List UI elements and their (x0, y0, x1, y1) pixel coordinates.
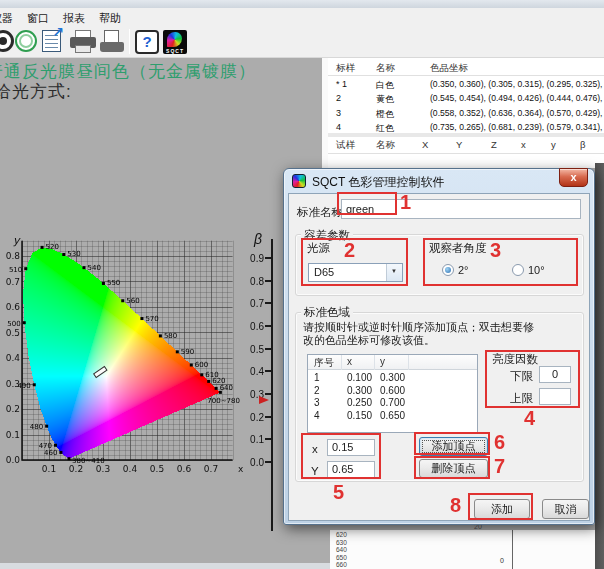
annotation-number-4: 4 (524, 407, 535, 430)
cell: 0.650 (380, 410, 405, 421)
menu-item-1[interactable]: 仪器 (0, 11, 13, 26)
cell: 1 (314, 372, 320, 383)
column-header[interactable]: x (347, 356, 352, 367)
cell: 0.150 (347, 410, 372, 421)
standards-table-row[interactable]: 2黄色(0.545, 0.454), (0.494, 0.426), (0.44… (328, 92, 604, 106)
cell: 白色 (376, 79, 394, 92)
annotation-number-7: 7 (494, 455, 505, 478)
cell: 0.100 (347, 372, 372, 383)
vertex-table[interactable]: 序号xy 10.1000.30020.3000.60030.2500.70040… (307, 354, 478, 433)
cell: 4 (336, 122, 341, 132)
spectrum-zero-label: 0 (500, 557, 504, 564)
annotation-number-2: 2 (344, 239, 355, 262)
beta-tick-label: 0.5 (242, 344, 264, 355)
cell: 0.300 (347, 385, 372, 396)
dialog-app-icon (292, 174, 306, 188)
annotation-box-6 (414, 432, 490, 455)
calibration-icon[interactable] (15, 30, 37, 52)
column-header[interactable]: Y (456, 139, 462, 150)
standards-panel: 标样名称色品坐标 * 1白色(0.350, 0.360), (0.305, 0.… (328, 58, 604, 168)
beta-tick-label: 0.8 (242, 276, 264, 287)
column-header[interactable]: x (521, 139, 526, 150)
annotation-box-1 (337, 192, 397, 215)
beta-tick-mark (265, 302, 271, 304)
beta-tick-label: 0.2 (242, 412, 264, 423)
close-button[interactable]: x (559, 168, 588, 187)
help-icon[interactable]: ? (135, 30, 159, 54)
cell: 0.700 (380, 397, 405, 408)
vertex-row[interactable]: 10.1000.300 (308, 372, 477, 385)
print-output-icon[interactable] (100, 30, 124, 54)
annotation-box-8 (468, 493, 533, 520)
toolbar-separator (129, 29, 130, 54)
column-header[interactable]: 试样 (336, 139, 355, 152)
toolbar: ↗ ? SQCT (0, 27, 604, 58)
sqct-logo-icon[interactable]: SQCT (163, 30, 187, 54)
cell: 3 (336, 108, 341, 118)
annotation-number-3: 3 (490, 239, 501, 262)
beta-tick-label: 0.4 (242, 366, 264, 377)
vertex-row[interactable]: 20.3000.600 (308, 385, 477, 398)
standards-table-row[interactable]: * 1白色(0.350, 0.360), (0.305, 0.315), (0.… (328, 78, 604, 92)
menu-item-2[interactable]: 窗口 (27, 11, 49, 26)
subtitle-label: 给光方式: (0, 80, 72, 103)
column-header[interactable]: 名称 (376, 62, 395, 75)
report-icon[interactable]: ↗ (42, 30, 61, 52)
column-header[interactable]: 色品坐标 (430, 62, 468, 75)
cell: 2 (314, 385, 320, 396)
cell: 黄色 (376, 93, 394, 106)
annotation-box-7 (414, 456, 490, 479)
menu-item-4[interactable]: 帮助 (99, 11, 121, 26)
vertex-row[interactable]: 30.2500.700 (308, 397, 477, 410)
cell: 2 (336, 93, 341, 103)
cell: 0.600 (380, 385, 405, 396)
vertex-table-header: 序号xy (308, 355, 477, 370)
column-header[interactable]: y (380, 356, 385, 367)
standards-table-row[interactable]: 3橙色(0.558, 0.352), (0.636, 0.364), (0.57… (328, 107, 604, 121)
cie-chromaticity-diagram[interactable] (4, 232, 254, 482)
column-header[interactable]: y (551, 139, 556, 150)
gamut-group-label: 标准色域 (301, 305, 353, 320)
column-header[interactable]: X (422, 139, 428, 150)
print-icon[interactable] (70, 30, 96, 54)
annotation-number-1: 1 (400, 191, 411, 214)
dialog-title: SQCT 色彩管理控制软件 (312, 174, 444, 191)
spectrum-axis-line (512, 530, 513, 569)
annotation-box-5 (301, 433, 381, 479)
column-header[interactable]: 标样 (336, 62, 355, 75)
annotation-number-6: 6 (494, 431, 505, 454)
annotation-box-4 (485, 350, 580, 408)
wavelength-item: 660 (336, 561, 347, 569)
wavelength-item: 650 (336, 554, 347, 562)
beta-tick-mark (265, 325, 271, 327)
app-window: 仪器窗口报表帮助 ↗ ? SQCT 普通反光膜昼间色（无金属镀膜） 给光方式: … (0, 0, 604, 569)
column-header[interactable]: 名称 (376, 139, 395, 152)
beta-tick-mark (265, 461, 271, 463)
window-bottom-edge (0, 563, 330, 569)
cell: 0.300 (380, 372, 405, 383)
menu-bar: 仪器窗口报表帮助 (0, 8, 604, 27)
wavelength-list: 620630640650660 (336, 531, 347, 569)
cancel-button[interactable]: 取消 (542, 499, 589, 519)
measure-icon[interactable] (0, 30, 14, 52)
vertex-row[interactable]: 40.1500.650 (308, 410, 477, 423)
beta-axis: β 0.90.80.70.60.50.40.30.20.10.0 (242, 231, 280, 531)
instruction-line2: 改的色品坐标可修改该值。 (303, 333, 435, 348)
beta-tick-label: 0.9 (242, 253, 264, 264)
menu-item-3[interactable]: 报表 (63, 11, 85, 26)
wavelength-item: 620 (336, 531, 347, 539)
cell: 橙色 (376, 108, 394, 121)
cell: 4 (314, 410, 320, 421)
column-header[interactable]: 序号 (314, 356, 334, 370)
spectrum-list-panel: 620630640650660 0 (330, 530, 596, 569)
column-header[interactable]: β (580, 139, 585, 150)
beta-axis-line (271, 239, 273, 531)
beta-tick-mark (265, 257, 271, 259)
column-header[interactable]: Z (491, 139, 497, 150)
beta-tick-mark (265, 393, 271, 395)
beta-tick-mark (265, 438, 271, 440)
red-arrow-icon (259, 396, 269, 404)
cell: 3 (314, 397, 320, 408)
beta-tick-mark (265, 280, 271, 282)
table-divider (328, 133, 604, 137)
